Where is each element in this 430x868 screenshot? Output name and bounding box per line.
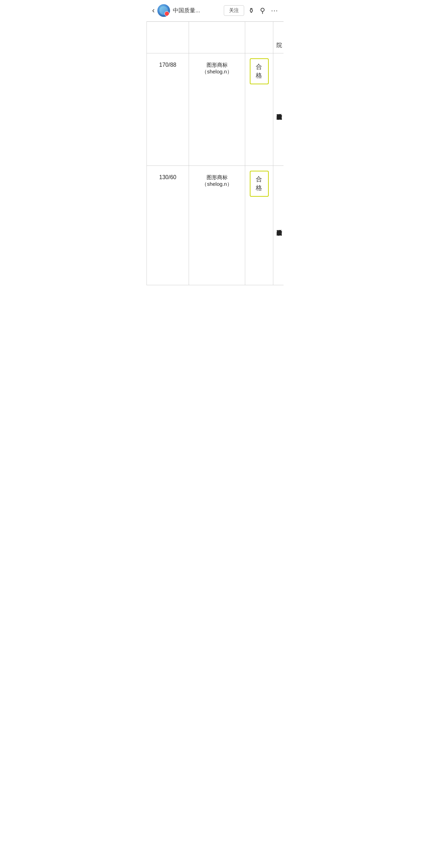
result-badge-2: 合 格 — [250, 171, 269, 197]
follow-button[interactable]: 关注 — [224, 5, 244, 16]
size-value-2: 130/60 — [159, 174, 176, 180]
mark-line2-1: （shelog.n） — [202, 68, 232, 74]
size-value-1: 170/88 — [159, 62, 176, 68]
cell-org-2: 山东省产品质量检验研 — [273, 166, 284, 285]
cell-result-2: 合 格 — [245, 166, 273, 285]
result-line2-2: 格 — [256, 184, 263, 191]
cell-mark-2: 图形商标 （shelog.n） — [189, 166, 245, 285]
cell-org-1: 山东省产品质量检验研究院 — [273, 53, 284, 166]
cell-mark-1: 图形商标 （shelog.n） — [189, 53, 245, 166]
quality-table: 院 170/88 图形商标 （shelog.n） 合 格 — [146, 21, 284, 285]
table-row-2: 130/60 图形商标 （shelog.n） 合 格 山东省产品质量检验研 — [147, 166, 284, 285]
navigation-bar: ‹ 中国质量... 关注 ⚱ ⚲ ⋯ — [146, 0, 284, 21]
back-button[interactable]: ‹ — [152, 5, 157, 17]
cell-result-partial — [245, 22, 273, 53]
table-row-1: 170/88 图形商标 （shelog.n） 合 格 山东省产品质量检验研究院 — [147, 53, 284, 166]
mark-line2-2: （shelog.n） — [202, 181, 232, 187]
cell-size-1: 170/88 — [147, 53, 189, 166]
cell-mark-partial — [189, 22, 245, 53]
cell-result-1: 合 格 — [245, 53, 273, 166]
result-badge-1: 合 格 — [250, 58, 269, 84]
mark-line1-2: 图形商标 — [207, 174, 228, 180]
cell-org-partial: 院 — [273, 22, 284, 53]
avatar-globe — [159, 6, 168, 15]
table-row-partial: 院 — [147, 22, 284, 53]
nav-icons: ⚱ ⚲ ⋯ — [248, 6, 278, 15]
cell-size-partial — [147, 22, 189, 53]
result-line2-1: 格 — [256, 72, 263, 79]
headphone-icon[interactable]: ⚱ — [248, 6, 254, 15]
cell-size-2: 130/60 — [147, 166, 189, 285]
result-line1-1: 合 — [256, 63, 263, 70]
account-title: 中国质量... — [173, 7, 220, 14]
mark-line1-1: 图形商标 — [207, 62, 228, 68]
search-icon[interactable]: ⚲ — [260, 6, 265, 15]
avatar — [157, 4, 170, 17]
more-icon[interactable]: ⋯ — [271, 6, 278, 15]
result-line1-2: 合 — [256, 176, 263, 183]
